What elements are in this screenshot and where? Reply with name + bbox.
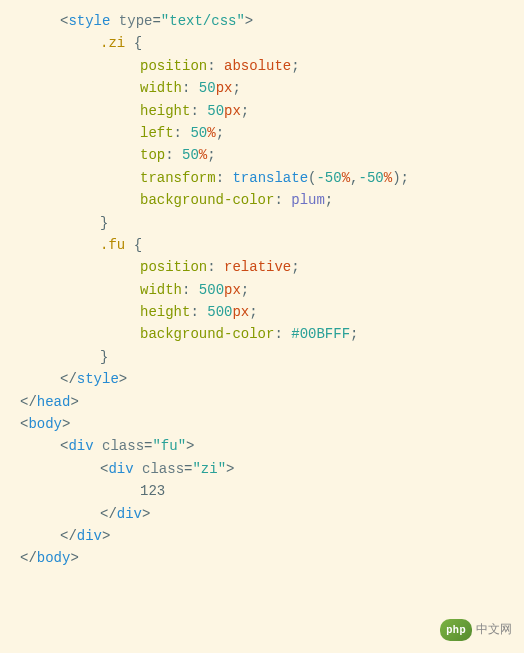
- code-token-tag-name: div: [68, 438, 93, 454]
- code-line: width: 50px;: [20, 77, 524, 99]
- code-token-text-content: [110, 13, 118, 29]
- code-token-value-percent: %: [384, 170, 392, 186]
- code-token-brace: }: [100, 215, 108, 231]
- code-token-value-number: -50: [316, 170, 341, 186]
- code-line: </head>: [20, 391, 524, 413]
- code-token-paren: ): [392, 170, 400, 186]
- code-token-tag-bracket: >: [142, 506, 150, 522]
- code-line: <body>: [20, 413, 524, 435]
- code-token-colon: :: [182, 80, 199, 96]
- code-token-value-percent: %: [207, 125, 215, 141]
- code-token-value-number: 50: [199, 80, 216, 96]
- code-token-semicolon: ;: [291, 259, 299, 275]
- code-line: .zi {: [20, 32, 524, 54]
- code-token-semicolon: ;: [401, 170, 409, 186]
- code-token-colon: :: [190, 103, 207, 119]
- code-token-tag-bracket: =: [152, 13, 160, 29]
- watermark-text: 中文网: [476, 620, 512, 639]
- code-token-property: position: [140, 58, 207, 74]
- code-token-tag-bracket: >: [70, 394, 78, 410]
- code-line: 123: [20, 480, 524, 502]
- code-token-semicolon: ;: [216, 125, 224, 141]
- code-token-tag-bracket: </: [60, 528, 77, 544]
- code-token-property: background-color: [140, 326, 274, 342]
- code-token-tag-name: div: [108, 461, 133, 477]
- code-token-value-number: 500: [207, 304, 232, 320]
- code-line: background-color: plum;: [20, 189, 524, 211]
- code-line: <style type="text/css">: [20, 10, 524, 32]
- code-token-property: width: [140, 80, 182, 96]
- code-token-tag-bracket: >: [62, 416, 70, 432]
- code-token-tag-name: head: [37, 394, 71, 410]
- code-token-selector: .zi: [100, 35, 125, 51]
- code-token-property: background-color: [140, 192, 274, 208]
- code-token-attr-value: "zi": [192, 461, 226, 477]
- code-line: <div class="fu">: [20, 435, 524, 457]
- code-token-property: position: [140, 259, 207, 275]
- code-token-property: height: [140, 304, 190, 320]
- code-token-tag-bracket: </: [20, 394, 37, 410]
- code-line: }: [20, 212, 524, 234]
- code-token-tag-bracket: >: [70, 550, 78, 566]
- code-token-value-color: plum: [291, 192, 325, 208]
- code-token-value-unit: px: [224, 103, 241, 119]
- code-token-tag-bracket: >: [226, 461, 234, 477]
- code-token-tag-bracket: </: [20, 550, 37, 566]
- code-token-attr-name: class: [142, 461, 184, 477]
- code-token-tag-bracket: >: [102, 528, 110, 544]
- code-token-property: top: [140, 147, 165, 163]
- code-token-value-func: translate: [232, 170, 308, 186]
- code-token-value-unit: px: [216, 80, 233, 96]
- code-line: height: 50px;: [20, 100, 524, 122]
- code-line: position: absolute;: [20, 55, 524, 77]
- code-token-tag-name: div: [117, 506, 142, 522]
- code-token-colon: :: [207, 58, 224, 74]
- code-token-attr-name: type: [119, 13, 153, 29]
- code-line: top: 50%;: [20, 144, 524, 166]
- code-token-property: left: [140, 125, 174, 141]
- code-token-brace: {: [134, 237, 142, 253]
- code-token-comma: ,: [350, 170, 358, 186]
- code-line: background-color: #00BFFF;: [20, 323, 524, 345]
- code-token-value-unit: px: [224, 282, 241, 298]
- code-token-value-percent: %: [342, 170, 350, 186]
- code-token-tag-bracket: >: [119, 371, 127, 387]
- code-line: </div>: [20, 503, 524, 525]
- watermark-badge: php: [440, 619, 472, 641]
- code-token-value-unit: px: [232, 304, 249, 320]
- code-token-value-number: 50: [190, 125, 207, 141]
- code-token-tag-bracket: </: [100, 506, 117, 522]
- code-token-attr-value: "fu": [152, 438, 186, 454]
- code-line: }: [20, 346, 524, 368]
- code-line: </body>: [20, 547, 524, 569]
- code-token-semicolon: ;: [350, 326, 358, 342]
- code-token-colon: :: [207, 259, 224, 275]
- code-token-text-content: [125, 35, 133, 51]
- code-line: .fu {: [20, 234, 524, 256]
- code-token-value-number: 50: [207, 103, 224, 119]
- code-token-semicolon: ;: [241, 282, 249, 298]
- code-line: <div class="zi">: [20, 458, 524, 480]
- code-line: left: 50%;: [20, 122, 524, 144]
- code-token-selector: .fu: [100, 237, 125, 253]
- code-token-value-number: -50: [359, 170, 384, 186]
- code-token-colon: :: [216, 170, 233, 186]
- code-token-tag-name: div: [77, 528, 102, 544]
- code-token-colon: :: [274, 192, 291, 208]
- code-line: position: relative;: [20, 256, 524, 278]
- code-token-colon: :: [274, 326, 291, 342]
- code-token-colon: :: [190, 304, 207, 320]
- code-token-colon: :: [182, 282, 199, 298]
- code-line: transform: translate(-50%,-50%);: [20, 167, 524, 189]
- code-token-brace: {: [134, 35, 142, 51]
- code-token-tag-name: body: [28, 416, 62, 432]
- code-token-colon: :: [174, 125, 191, 141]
- code-token-text-content: [94, 438, 102, 454]
- code-token-text-content: [134, 461, 142, 477]
- code-token-text-content: 123: [140, 483, 165, 499]
- code-line: height: 500px;: [20, 301, 524, 323]
- code-token-text-content: [125, 237, 133, 253]
- code-token-brace: }: [100, 349, 108, 365]
- code-token-property: height: [140, 103, 190, 119]
- code-token-tag-name: style: [77, 371, 119, 387]
